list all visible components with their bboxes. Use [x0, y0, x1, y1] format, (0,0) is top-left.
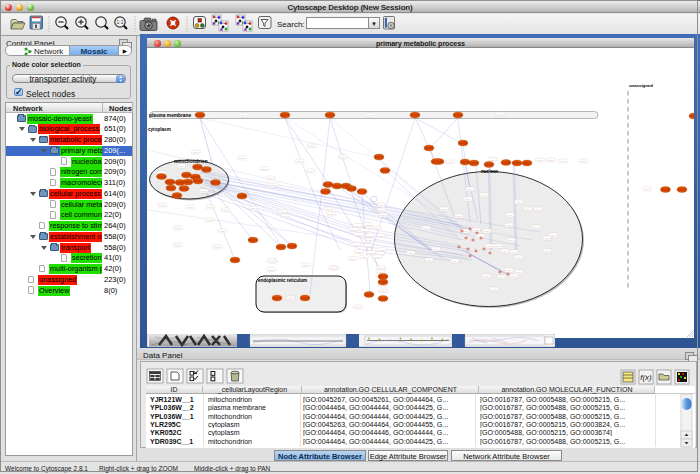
- svg-text:(Yxx..): (Yxx..): [548, 159, 555, 162]
- svg-text:(Yxx..): (Yxx..): [268, 269, 275, 272]
- svg-text:(Yxx..): (Yxx..): [353, 244, 360, 247]
- svg-text:(Yxx..): (Yxx..): [533, 226, 540, 229]
- svg-text:(Yxx..): (Yxx..): [537, 159, 544, 162]
- svg-text:(Yxx..): (Yxx..): [307, 170, 314, 173]
- svg-text:cytoplasm: cytoplasm: [148, 127, 171, 132]
- svg-text:(Yxx..): (Yxx..): [261, 168, 268, 171]
- svg-text:(Yxx..): (Yxx..): [200, 190, 207, 193]
- svg-text:(Yxx..): (Yxx..): [378, 209, 385, 212]
- svg-text:(Yxx..): (Yxx..): [159, 204, 166, 207]
- svg-text:(Yxx..): (Yxx..): [349, 258, 356, 261]
- svg-text:(Yxx..): (Yxx..): [516, 201, 523, 204]
- svg-text:f(x): f(x): [640, 373, 652, 382]
- svg-text:(Yxx..): (Yxx..): [356, 234, 363, 237]
- svg-text:(Yxx..): (Yxx..): [296, 160, 303, 163]
- svg-text:(Yxx..): (Yxx..): [380, 290, 387, 293]
- svg-text:(Yxx..): (Yxx..): [463, 230, 470, 233]
- svg-text:(Yxx..): (Yxx..): [516, 256, 523, 259]
- svg-text:(Yxx..): (Yxx..): [269, 260, 276, 263]
- svg-text:(Yxx..): (Yxx..): [366, 239, 373, 242]
- svg-text:(Yxx..): (Yxx..): [193, 151, 200, 154]
- svg-text:(Yxx..): (Yxx..): [379, 249, 386, 252]
- svg-text:(Yxx..): (Yxx..): [373, 227, 380, 230]
- svg-text:(Yxx..): (Yxx..): [560, 160, 567, 163]
- svg-text:(Yxx..): (Yxx..): [644, 188, 651, 191]
- svg-text:(Yxx..): (Yxx..): [367, 235, 374, 238]
- svg-text:(Yxx..): (Yxx..): [222, 209, 229, 212]
- svg-text:(Yxx..): (Yxx..): [240, 114, 247, 117]
- svg-text:(Yxx..): (Yxx..): [207, 206, 214, 209]
- svg-text:(Yxx..): (Yxx..): [489, 159, 496, 162]
- svg-text:(Yxx..): (Yxx..): [367, 114, 374, 117]
- svg-text:(Yxx..): (Yxx..): [507, 214, 514, 217]
- svg-text:(Yxx..): (Yxx..): [350, 229, 357, 232]
- svg-text:(Yxx..): (Yxx..): [239, 157, 246, 160]
- svg-text:(Yxx..): (Yxx..): [174, 244, 181, 247]
- svg-text:(Yxx..): (Yxx..): [356, 251, 363, 254]
- svg-text:(Yxx..): (Yxx..): [270, 184, 277, 187]
- svg-text:(Yxx..): (Yxx..): [525, 208, 532, 211]
- svg-text:(Yxx..): (Yxx..): [484, 230, 491, 233]
- svg-text:(Yxx..): (Yxx..): [365, 224, 372, 227]
- svg-text:(Yxx..): (Yxx..): [426, 259, 433, 262]
- svg-text:(Yxx..): (Yxx..): [544, 250, 551, 253]
- svg-text:(Yxx..): (Yxx..): [423, 227, 430, 230]
- svg-text:(Yxx..): (Yxx..): [502, 250, 509, 253]
- svg-text:(Yxx..): (Yxx..): [361, 230, 368, 233]
- svg-text:(Yxx..): (Yxx..): [250, 207, 257, 210]
- svg-text:(Yxx..): (Yxx..): [511, 251, 518, 254]
- svg-text:(Yxx..): (Yxx..): [178, 165, 185, 168]
- svg-text:(Yxx..): (Yxx..): [441, 208, 448, 211]
- svg-text:(Yxx..): (Yxx..): [484, 275, 491, 278]
- svg-text:(Yxx..): (Yxx..): [214, 246, 221, 249]
- svg-text:(Yxx..): (Yxx..): [368, 252, 375, 255]
- svg-text:(Yxx..): (Yxx..): [374, 256, 381, 259]
- svg-text:(Yxx..): (Yxx..): [378, 267, 385, 270]
- svg-text:(Yxx..): (Yxx..): [354, 225, 361, 228]
- svg-text:(Yxx..): (Yxx..): [550, 234, 557, 237]
- svg-text:(Yxx..): (Yxx..): [495, 245, 502, 248]
- svg-text:(Yxx..): (Yxx..): [452, 260, 459, 263]
- svg-text:(Yxx..): (Yxx..): [497, 113, 504, 116]
- svg-text:(Yxx..): (Yxx..): [174, 227, 181, 230]
- svg-text:(Yxx..): (Yxx..): [378, 204, 385, 207]
- svg-text:(Yxx..): (Yxx..): [187, 206, 194, 209]
- svg-text:(Yxx..): (Yxx..): [506, 269, 513, 272]
- svg-text:(Yxx..): (Yxx..): [580, 160, 587, 163]
- svg-text:(Yxx..): (Yxx..): [511, 275, 518, 278]
- svg-text:1:1: 1:1: [117, 19, 124, 25]
- svg-text:plasma membrane: plasma membrane: [149, 113, 191, 118]
- svg-text:(Yxx..): (Yxx..): [308, 145, 315, 148]
- svg-text:(Yxx..): (Yxx..): [535, 208, 542, 211]
- svg-text:endoplasmic reticulum: endoplasmic reticulum: [258, 278, 307, 283]
- svg-text:(Yxx..): (Yxx..): [481, 194, 488, 197]
- svg-text:(Yxx..): (Yxx..): [330, 267, 337, 270]
- svg-text:(Yxx..): (Yxx..): [408, 252, 415, 255]
- svg-text:(Yxx..): (Yxx..): [340, 156, 347, 159]
- svg-text:(Yxx..): (Yxx..): [354, 306, 361, 309]
- svg-text:(Yxx..): (Yxx..): [433, 248, 440, 251]
- svg-text:(Yxx..): (Yxx..): [508, 239, 515, 242]
- svg-text:(Yxx..): (Yxx..): [325, 208, 332, 211]
- svg-text:(Yxx..): (Yxx..): [516, 271, 523, 274]
- svg-text:(Yxx..): (Yxx..): [328, 213, 335, 216]
- svg-text:(Yxx..): (Yxx..): [378, 235, 385, 238]
- svg-text:(Yxx..): (Yxx..): [473, 229, 480, 232]
- svg-text:(Yxx..): (Yxx..): [282, 215, 289, 218]
- svg-text:(Yxx..): (Yxx..): [361, 256, 368, 259]
- svg-text:(Yxx..): (Yxx..): [365, 245, 372, 248]
- svg-text:(Yxx..): (Yxx..): [506, 224, 513, 227]
- svg-text:(Yxx..): (Yxx..): [487, 245, 494, 248]
- svg-text:(Yxx..): (Yxx..): [279, 211, 286, 214]
- svg-text:(Yxx..): (Yxx..): [267, 177, 274, 180]
- svg-text:(Yxx..): (Yxx..): [465, 198, 472, 201]
- svg-text:(Yxx..): (Yxx..): [288, 297, 295, 300]
- svg-text:unassigned: unassigned: [629, 83, 653, 88]
- svg-text:(Yxx..): (Yxx..): [456, 215, 463, 218]
- svg-text:(Yxx..): (Yxx..): [380, 214, 387, 217]
- svg-text:(Yxx..): (Yxx..): [303, 264, 310, 267]
- svg-text:(Yxx..): (Yxx..): [219, 230, 226, 233]
- svg-text:(Yxx..): (Yxx..): [467, 188, 474, 191]
- svg-text:(Yxx..): (Yxx..): [491, 288, 498, 291]
- svg-text:(Yxx..): (Yxx..): [498, 276, 505, 279]
